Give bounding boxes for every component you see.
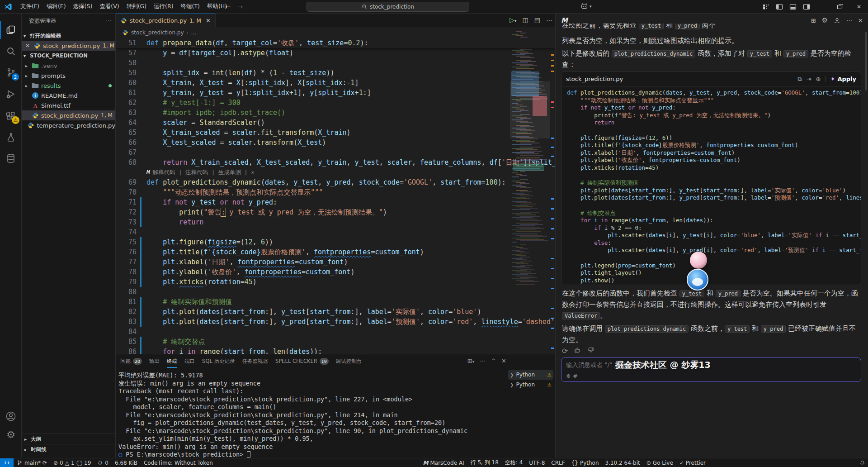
panel-tab-调试控制台[interactable]: 调试控制台: [336, 354, 362, 368]
close-panel-icon[interactable]: ✕: [501, 357, 506, 364]
sticky-scroll-line[interactable]: 51def prepare_data(df, target_col='收盘', …: [116, 38, 555, 48]
extensions-icon[interactable]: ⚠: [0, 107, 22, 125]
status-item-UTF-8[interactable]: UTF-8: [526, 458, 548, 467]
status-item-CRLF[interactable]: CRLF: [548, 458, 568, 467]
ai-chat-input[interactable]: 输入消息或者 "/" 来选择指令 ⋇ #: [561, 357, 861, 382]
status-item-行 5, 列 18[interactable]: 行 5, 列 18: [467, 458, 502, 467]
floating-avatar-cat[interactable]: [687, 269, 708, 291]
bell-icon[interactable]: [859, 460, 865, 466]
file-item-README.md[interactable]: README.md: [22, 91, 115, 100]
notifications-count-item[interactable]: 0: [94, 458, 112, 467]
customize-layout-icon[interactable]: [762, 3, 769, 10]
problems-item[interactable]: ⊘0 △1 ◯19: [50, 458, 94, 467]
file-item-results[interactable]: ▸results: [22, 81, 115, 91]
outline-section[interactable]: ▸ 大纲: [22, 434, 116, 444]
breadcrumb[interactable]: stock_prediction.py › ...: [116, 27, 196, 38]
panel-more-icon[interactable]: ⋯: [480, 357, 486, 364]
file-size-item[interactable]: 6.68 KiB: [112, 458, 141, 467]
command-center-search[interactable]: stock_prediction: [307, 2, 469, 12]
status-item-空格: 4[interactable]: 空格: 4: [502, 458, 526, 467]
file-item-SimHei.ttf[interactable]: ASimHei.ttf: [22, 100, 115, 110]
file-item-stock_prediction.py[interactable]: stock_prediction.py1, M: [22, 110, 115, 120]
menu-转到(G)[interactable]: 转到(G): [123, 1, 150, 12]
panel-tab-终端[interactable]: 终端: [167, 354, 177, 368]
panel-tab-SPELL CHECKER[interactable]: SPELL CHECKER19: [275, 354, 329, 368]
copilot-menu[interactable]: ▾: [580, 2, 592, 10]
close-button[interactable]: ✕: [849, 0, 868, 14]
tab-stock-prediction[interactable]: stock_prediction.py 1, M ✕: [116, 14, 216, 27]
floating-avatar-girl[interactable]: [690, 252, 707, 269]
menu-终端(T)[interactable]: 终端(T): [177, 1, 203, 12]
terminal-output[interactable]: 平均绝对误差(MAE): 5.9178发生错误: min() arg is an…: [118, 372, 467, 459]
status-item-MarsCode AI[interactable]: M MarsCode AI: [420, 458, 467, 467]
menu-查看(V)[interactable]: 查看(V): [96, 1, 123, 12]
explorer-icon[interactable]: [0, 21, 22, 39]
open-editor-item[interactable]: ✕stock_prediction.py1, M: [22, 41, 115, 51]
new-file-icon[interactable]: ⊕: [816, 76, 821, 82]
nav-forward-icon[interactable]: →: [237, 3, 243, 11]
profile-icon[interactable]: [834, 17, 840, 24]
toggle-sidebar-icon[interactable]: [776, 3, 783, 10]
codetime-item[interactable]: CodeTime: Without Token: [141, 458, 216, 467]
terminal-instance-Python[interactable]: ❯Python⚠: [508, 380, 553, 390]
ai-close-icon[interactable]: ✕: [858, 17, 863, 24]
panel-tab-任务监视器[interactable]: 任务监视器: [242, 354, 269, 368]
menu-编辑(E)[interactable]: 编辑(E): [43, 1, 70, 12]
git-branch-item[interactable]: main* ⟳: [14, 458, 50, 467]
account-icon[interactable]: [0, 407, 22, 425]
status-item-Prettier[interactable]: ✓ Prettier: [676, 458, 709, 467]
status-item-3.10.2 64-bit[interactable]: 3.10.2 64-bit: [602, 458, 643, 467]
close-icon[interactable]: ✕: [25, 43, 32, 49]
panel-tab-问题[interactable]: 问题20: [120, 354, 142, 368]
database-icon[interactable]: [0, 149, 22, 167]
ai-scrollbar[interactable]: [865, 32, 867, 91]
status-item-Python[interactable]: {} Python: [568, 458, 602, 467]
run-python-file-button[interactable]: ▷▾: [509, 16, 516, 24]
thumbs-up-icon[interactable]: [574, 347, 581, 353]
open-editors-header[interactable]: ▾ 打开的编辑器: [22, 31, 115, 41]
nav-back-icon[interactable]: ←: [225, 3, 231, 11]
minimap[interactable]: [510, 28, 550, 291]
settings-gear-icon[interactable]: ⚙: [0, 425, 22, 443]
run-debug-icon[interactable]: [0, 85, 22, 103]
terminal-instance-Python[interactable]: ❯Python⚠: [508, 370, 553, 380]
marscode-inline-actions[interactable]: M解释代码 | 注释代码 | 生成单测 | ×: [116, 167, 555, 177]
source-control-icon[interactable]: 2: [0, 63, 22, 81]
timeline-section[interactable]: ▸ 时间线: [22, 444, 116, 454]
apply-button[interactable]: ✦Apply: [825, 76, 856, 82]
panel-tab-SQL 历史记录[interactable]: SQL 历史记录: [202, 354, 235, 368]
file-item-prompts[interactable]: ▸prompts: [22, 71, 115, 81]
new-terminal-icon[interactable]: ⊞▾: [467, 357, 474, 364]
menu-运行(R)[interactable]: 运行(R): [150, 1, 177, 12]
minimize-button[interactable]: [809, 0, 829, 14]
search-icon[interactable]: [0, 43, 22, 61]
toggle-panel-icon[interactable]: [789, 3, 797, 10]
panel-tab-输出[interactable]: 输出: [149, 354, 160, 368]
file-item-temperature_prediction.py[interactable]: temperature_prediction.py: [22, 120, 115, 130]
status-item-Go Live[interactable]: ⊙ Go Live: [643, 458, 676, 467]
ai-code-block[interactable]: def plot_predictions_dynamic(dates, y_te…: [561, 86, 861, 285]
split-editor-icon[interactable]: ◫: [523, 16, 528, 24]
maximize-panel-icon[interactable]: ⌃: [491, 357, 496, 364]
new-chat-icon[interactable]: ⊞: [811, 17, 816, 24]
explorer-more-icon[interactable]: ⋯: [106, 18, 112, 24]
regenerate-icon[interactable]: ⟳: [562, 347, 568, 355]
file-item-.venv[interactable]: ▸.venv: [22, 61, 115, 71]
tab-close-icon[interactable]: ✕: [206, 17, 211, 24]
copy-code-icon[interactable]: ⧉: [797, 76, 802, 83]
editor-more-icon[interactable]: ⋯: [546, 16, 552, 24]
restore-button[interactable]: [829, 0, 849, 14]
remote-indicator[interactable]: [0, 458, 14, 467]
thumbs-down-icon[interactable]: [587, 347, 594, 353]
insert-code-icon[interactable]: ⇥: [807, 76, 811, 82]
ai-input-tools[interactable]: ⋇ #: [566, 372, 578, 379]
project-header[interactable]: ▾ STOCK_PREDICTION: [22, 51, 115, 61]
menu-文件(F)[interactable]: 文件(F): [17, 1, 43, 12]
menu-选择(S)[interactable]: 选择(S): [70, 1, 96, 12]
testing-icon[interactable]: [0, 129, 22, 147]
terminal-prompt[interactable]: ○ PS E:\marscode\stock_prediction>: [118, 451, 467, 459]
panel-tab-端口[interactable]: 端口: [184, 354, 195, 368]
ai-more-icon[interactable]: ⋯: [846, 17, 852, 24]
code-area[interactable]: 57 y = df[target_col].astype(float)5859 …: [116, 48, 555, 354]
editor-layout-icon[interactable]: ▤: [534, 16, 540, 24]
